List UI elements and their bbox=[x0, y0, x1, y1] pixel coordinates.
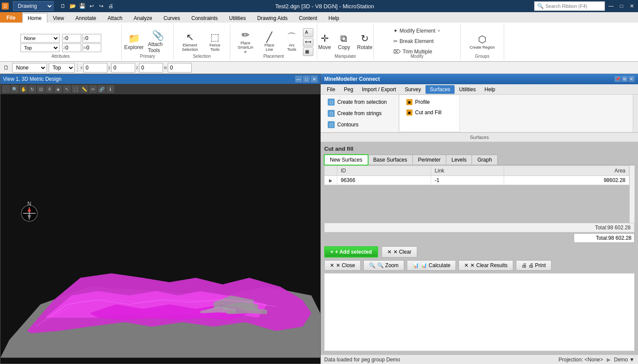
place-line-btn[interactable]: ╱ Place Line bbox=[258, 27, 281, 57]
orientation-dropdown[interactable]: Top bbox=[49, 63, 75, 73]
attach-tools-btn[interactable]: 📎 Attach Tools bbox=[145, 27, 171, 57]
break-element-btn[interactable]: ✂ Break Element bbox=[391, 36, 436, 46]
view-dropdown[interactable]: None bbox=[12, 63, 47, 73]
print-btn[interactable]: 🖨 🖨 Print bbox=[516, 260, 552, 271]
vt-grid-btn[interactable]: # bbox=[46, 85, 53, 93]
tab-help[interactable]: Help bbox=[323, 13, 345, 23]
element-selection-btn[interactable]: ↖ Element Selection bbox=[177, 27, 203, 57]
mine-pin-btn[interactable]: 📌 bbox=[615, 76, 621, 82]
nav-create-from-strings[interactable]: ⬡ Create from strings bbox=[324, 109, 395, 118]
active-level-dropdown[interactable]: None bbox=[20, 34, 60, 43]
rotate-btn[interactable]: ↻ Rotate bbox=[354, 27, 375, 57]
menu-peg[interactable]: Peg bbox=[339, 85, 357, 94]
mine-float-btn[interactable]: ⧉ bbox=[621, 76, 628, 82]
drawing-type-dropdown[interactable]: Drawing bbox=[13, 1, 53, 11]
surfaces-scrollbar[interactable] bbox=[633, 95, 638, 132]
tab-constraints[interactable]: Constraints bbox=[186, 13, 223, 23]
qa-undo-btn[interactable]: ↩ bbox=[87, 2, 96, 10]
vt-properties-btn[interactable]: ℹ bbox=[106, 85, 114, 93]
zoom-btn[interactable]: 🔍 🔍 Zoom bbox=[363, 260, 404, 271]
text-btn[interactable]: A bbox=[303, 28, 313, 37]
view-minimize-btn[interactable]: — bbox=[295, 76, 302, 83]
tab-content[interactable]: Content bbox=[293, 13, 323, 23]
tab-curves[interactable]: Curves bbox=[158, 13, 186, 23]
y-coord-input[interactable] bbox=[111, 63, 135, 73]
close-btn[interactable]: ✕ ✕ Close bbox=[324, 260, 361, 271]
view-close-btn[interactable]: ✕ bbox=[311, 76, 318, 83]
qa-save-btn[interactable]: 💾 bbox=[78, 2, 86, 10]
nav-contours[interactable]: ⬡ Contours bbox=[324, 120, 395, 129]
tab-annotate[interactable]: Annotate bbox=[70, 13, 102, 23]
minimize-btn[interactable]: — bbox=[607, 2, 615, 10]
pattern-btn[interactable]: ▦ bbox=[303, 47, 313, 56]
tab-levels[interactable]: Levels bbox=[446, 155, 472, 165]
z-coord-input[interactable] bbox=[139, 63, 163, 73]
place-smartline-btn[interactable]: ✏ Place SmartLine bbox=[234, 27, 257, 57]
active-color-dropdown[interactable]: Top bbox=[20, 43, 60, 52]
view-maximize-btn[interactable]: □ bbox=[303, 76, 310, 83]
copy-btn[interactable]: ⧉ Copy bbox=[335, 27, 353, 57]
menu-utilities[interactable]: Utilities bbox=[455, 85, 480, 94]
table-scrollbar[interactable] bbox=[629, 165, 635, 223]
tab-analyze[interactable]: Analyze bbox=[128, 13, 158, 23]
vt-link-btn[interactable]: 🔗 bbox=[98, 85, 106, 93]
vt-section-btn[interactable]: ✂ bbox=[89, 85, 97, 93]
menu-help[interactable]: Help bbox=[480, 85, 500, 94]
vt-fit-btn[interactable]: ⊡ bbox=[37, 85, 45, 93]
vt-pan-btn[interactable]: ✋ bbox=[20, 85, 27, 93]
clear-results-btn[interactable]: ✕ ✕ Clear Results bbox=[459, 260, 513, 271]
tab-perimeter[interactable]: Perimeter bbox=[412, 155, 446, 165]
dropdown-cut-and-fill[interactable]: ▣ Cut and Fill bbox=[403, 108, 456, 117]
vt-zoom-btn[interactable]: 🔍 bbox=[11, 85, 19, 93]
table-row[interactable]: ▶ 96366 -1 98602.28 bbox=[325, 176, 629, 185]
vt-rotate-btn[interactable]: ↻ bbox=[28, 85, 36, 93]
menu-surfaces[interactable]: Surfaces bbox=[425, 85, 455, 94]
calculate-btn[interactable]: 📊 📊 Calculate bbox=[407, 260, 456, 271]
vt-select-btn[interactable]: ↖ bbox=[63, 85, 71, 93]
tab-new-surfaces[interactable]: New Surfaces bbox=[324, 155, 368, 165]
search-ribbon-input[interactable] bbox=[545, 3, 602, 9]
tab-drawing-aids[interactable]: Drawing Aids bbox=[252, 13, 293, 23]
x-coord-input[interactable] bbox=[83, 63, 107, 73]
row-expand-cell[interactable]: ▶ bbox=[325, 176, 337, 185]
total-value-input[interactable] bbox=[574, 233, 635, 243]
menu-import-export[interactable]: Import / Export bbox=[358, 85, 401, 94]
move-btn[interactable]: ✛ Move bbox=[315, 27, 334, 57]
dropdown-profile[interactable]: ▣ Profile bbox=[403, 98, 456, 106]
modify-element-btn[interactable]: ✦ Modify Element ✕ bbox=[391, 26, 443, 36]
close-btn[interactable]: ✕ bbox=[628, 2, 636, 10]
vt-camera-btn[interactable]: 🎥 bbox=[2, 85, 10, 93]
add-selected-btn[interactable]: + + Add selected bbox=[324, 246, 378, 258]
vt-fence-btn[interactable]: ⬚ bbox=[72, 85, 80, 93]
qa-redo-btn[interactable]: ↪ bbox=[97, 2, 106, 10]
tab-home[interactable]: Home bbox=[22, 13, 47, 23]
tab-base-surfaces[interactable]: Base Surfaces bbox=[368, 155, 413, 165]
qa-print-btn[interactable]: 🖨 bbox=[106, 2, 115, 10]
qa-new-btn[interactable]: 🗋 bbox=[59, 2, 67, 10]
menu-file[interactable]: File bbox=[322, 85, 339, 94]
fence-tools-btn[interactable]: ⬚ Fence Tools bbox=[203, 27, 226, 57]
vt-display-btn[interactable]: ◈ bbox=[54, 85, 62, 93]
create-region-btn[interactable]: ⬡ Create Region bbox=[466, 27, 498, 57]
tab-utilities[interactable]: Utilities bbox=[223, 13, 252, 23]
tab-file[interactable]: File bbox=[0, 12, 22, 23]
maximize-btn[interactable]: □ bbox=[617, 2, 626, 10]
qa-open-btn[interactable]: 📂 bbox=[68, 2, 77, 10]
menu-survey[interactable]: Survey bbox=[400, 85, 425, 94]
main-area: View 1, 3D Metric Design — □ ✕ 🎥 🔍 ✋ ↻ ⊡… bbox=[0, 74, 638, 364]
search-ribbon-container[interactable]: 🔍 bbox=[534, 1, 605, 11]
w-coord-input[interactable] bbox=[168, 63, 192, 73]
mine-close-btn[interactable]: ✕ bbox=[628, 76, 635, 82]
tab-graph[interactable]: Graph bbox=[472, 155, 497, 165]
arc-tools-btn[interactable]: ⌒ Arc Tools bbox=[282, 27, 302, 57]
ribbon-group-placement: ✏ Place SmartLine ╱ Place Line ⌒ Arc Too… bbox=[230, 24, 317, 60]
app-title-bar: D Drawing 🗋 📂 💾 ↩ ↪ 🖨 Test2.dgn [3D - V8… bbox=[0, 0, 638, 12]
tab-view[interactable]: View bbox=[47, 13, 70, 23]
vt-measure-btn[interactable]: 📏 bbox=[80, 85, 88, 93]
dimension-btn[interactable]: ⟷ bbox=[303, 38, 313, 46]
nav-create-from-selection[interactable]: ⬡ Create from selection bbox=[324, 97, 395, 107]
tab-attach[interactable]: Attach bbox=[102, 13, 128, 23]
explorer-btn[interactable]: 📁 Explorer bbox=[124, 27, 144, 57]
toolbar-new-btn[interactable]: 🗋 bbox=[2, 63, 10, 72]
clear-btn[interactable]: ✕ ✕ Clear bbox=[382, 246, 417, 258]
